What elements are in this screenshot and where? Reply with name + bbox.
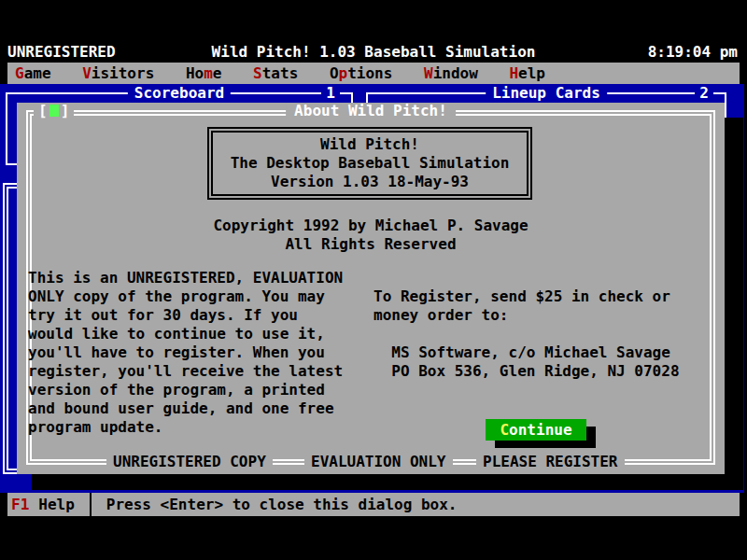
- copyright: Copyright 1992 by Michael P. Savage All …: [17, 217, 725, 254]
- footer-please-register: PLEASE REGISTER: [476, 454, 625, 470]
- dialog-shadow-bottom: [32, 474, 743, 490]
- registration-address-text: To Register, send $25 in check or money …: [374, 287, 680, 381]
- program-version: Version 1.03 18-May-93: [213, 173, 527, 191]
- dialog-shadow-right: [725, 118, 743, 489]
- menu-options[interactable]: Options: [330, 63, 392, 84]
- close-box-glyph: [49, 105, 59, 117]
- program-subtitle: The Desktop Baseball Simulation: [213, 154, 527, 173]
- program-name: Wild Pitch!: [213, 135, 527, 154]
- window-lineup-cards-number: 2: [695, 84, 713, 103]
- status-divider: [90, 493, 92, 516]
- copyright-line2: All Rights Reserved: [17, 235, 725, 254]
- menu-stats[interactable]: Stats: [253, 63, 298, 84]
- menu-bar: Game Visitors Home Stats Options Window …: [7, 63, 740, 84]
- menu-game[interactable]: Game: [15, 63, 51, 84]
- menu-visitors[interactable]: Visitors: [82, 63, 154, 84]
- status-bar: F1HelpPress <Enter> to close this dialog…: [7, 493, 740, 516]
- f1-help-shortcut[interactable]: F1: [11, 496, 29, 513]
- window-lineup-cards-title[interactable]: Lineup Cards: [486, 84, 607, 103]
- footer-evaluation-only: EVALUATION ONLY: [304, 454, 453, 470]
- window-scoreboard-number: 1: [321, 84, 340, 103]
- app-title: Wild Pitch! 1.03 Baseball Simulation: [0, 42, 747, 63]
- continue-button[interactable]: Continue: [486, 419, 586, 441]
- dialog-title: About Wild Pitch!: [286, 103, 456, 119]
- copyright-line1: Copyright 1992 by Michael P. Savage: [17, 217, 725, 235]
- footer-unregistered-copy: UNREGISTERED COPY: [106, 454, 273, 470]
- app-screen: UNREGISTERED Wild Pitch! 1.03 Baseball S…: [0, 0, 747, 560]
- clock: 8:19:04 pm: [648, 42, 738, 63]
- program-info-box: Wild Pitch! The Desktop Baseball Simulat…: [207, 127, 532, 200]
- help-label[interactable]: Help: [38, 496, 75, 513]
- menu-help[interactable]: Help: [509, 63, 545, 84]
- status-message: Press <Enter> to close this dialog box.: [106, 496, 458, 513]
- window-titlebar: UNREGISTERED Wild Pitch! 1.03 Baseball S…: [0, 42, 747, 63]
- window-scoreboard-title[interactable]: Scoreboard: [128, 84, 231, 103]
- menu-home[interactable]: Home: [186, 63, 222, 84]
- close-icon[interactable]: []: [34, 103, 74, 119]
- about-dialog: [] About Wild Pitch! Wild Pitch! The Des…: [17, 103, 725, 474]
- menu-window[interactable]: Window: [424, 63, 478, 84]
- evaluation-notice-text: This is an UNREGISTERED, EVALUATION ONLY…: [28, 269, 343, 437]
